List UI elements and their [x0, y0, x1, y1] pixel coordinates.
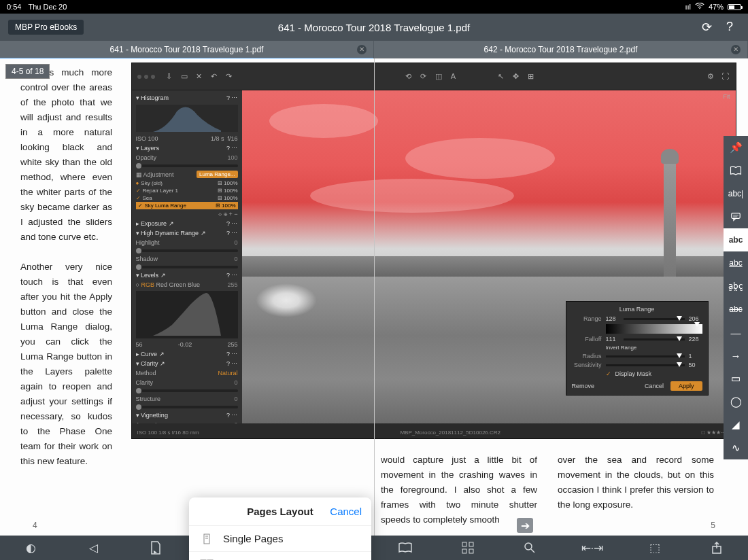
- search-icon[interactable]: [498, 536, 561, 560]
- back-icon[interactable]: ◁: [63, 536, 125, 560]
- page-content: 4-5 of 18 ives us much more control over…: [0, 58, 748, 536]
- strikeout-icon[interactable]: abc: [724, 298, 748, 321]
- bottom-toolbar: ◐ ◁ ⊡ ⇤·⇥ ⬚: [0, 536, 748, 560]
- grid-icon: ⊞: [526, 72, 536, 82]
- page-num-left: 4: [33, 521, 37, 530]
- book-icon[interactable]: [724, 159, 748, 182]
- pin-icon[interactable]: 📌: [724, 136, 748, 159]
- close-icon[interactable]: ✕: [731, 45, 741, 54]
- popup-item-label: Single Pages: [223, 533, 283, 544]
- luma-range-dialog: Luma Range Range128206 Falloff111228 Inv…: [566, 301, 709, 396]
- svg-point-0: [699, 8, 700, 9]
- reader-icon[interactable]: [374, 536, 437, 560]
- layout-single-pages[interactable]: Single Pages: [189, 526, 371, 552]
- sync-icon[interactable]: ⟳: [698, 20, 715, 35]
- ss-left-panels: ▾ Histogram? ⋯ ISO 1001/8 s f/16 ▾ Layer…: [132, 90, 242, 423]
- tab-doc-1[interactable]: 641 - Morocco Tour 2018 Travelogue 1.pdf…: [0, 41, 374, 58]
- folder-icon: ▭: [180, 72, 189, 82]
- single-page-icon: [200, 533, 214, 544]
- embedded-screenshot: ⇩ ▭ ✕ ↶ ↷ ⟲ ⟳ ◫ A ↖ ✥ ⊞ ⚙ ⛶: [131, 63, 736, 439]
- document-title: 641 - Morocco Tour 2018 Travelogue 1.pdf: [278, 22, 470, 33]
- ss-toolbar: ⇩ ▭ ✕ ↶ ↷ ⟲ ⟳ ◫ A ↖ ✥ ⊞ ⚙ ⛶: [132, 63, 736, 90]
- text-cursor-icon[interactable]: abc|: [724, 182, 748, 205]
- line-icon[interactable]: —: [724, 321, 748, 344]
- ios-statusbar: 0:54 Thu Dec 20 ııl 47%: [0, 0, 748, 14]
- battery-pct: 47%: [709, 3, 724, 11]
- tab-label: 641 - Morocco Tour 2018 Travelogue 1.pdf: [110, 45, 264, 54]
- page-icon[interactable]: [124, 536, 187, 560]
- redo-icon: ↷: [224, 72, 234, 82]
- fit-width-icon[interactable]: ⇤·⇥: [561, 536, 624, 560]
- rect-icon[interactable]: ▭: [724, 367, 748, 390]
- selection-icon[interactable]: ⬚: [624, 536, 686, 560]
- next-arrow-button[interactable]: ➔: [517, 518, 533, 533]
- page-indicator: 4-5 of 18: [5, 64, 50, 79]
- date: Thu Dec 20: [28, 3, 67, 11]
- wave-icon[interactable]: ∿: [724, 436, 748, 459]
- svg-rect-1: [732, 213, 740, 219]
- move-icon: ✥: [511, 72, 521, 82]
- body-text-below-left: [0, 453, 194, 527]
- rotate-icon: ⟲: [404, 72, 413, 82]
- share-icon[interactable]: [685, 536, 748, 560]
- gear-icon: ⚙: [706, 72, 715, 82]
- import-icon: ⇩: [165, 72, 174, 82]
- crop-icon: ◫: [434, 72, 443, 82]
- svg-rect-15: [462, 542, 466, 546]
- undo-icon: ↶: [209, 72, 219, 82]
- app-topbar: MBP Pro eBooks 641 - Morocco Tour 2018 T…: [0, 14, 748, 41]
- pages-layout-popup: Pages Layout Cancel Single Pages Double …: [189, 497, 371, 560]
- annotation-toolbar: 📌 abc| abc abc a̰b̰c̰ abc — → ▭ ◯ ◢ ∿: [724, 136, 748, 459]
- page-divider: [374, 58, 375, 536]
- eraser-icon[interactable]: ◢: [724, 413, 748, 436]
- svg-point-19: [525, 543, 532, 550]
- grid-icon[interactable]: [437, 536, 499, 560]
- page-num-right: 5: [711, 521, 715, 530]
- svg-rect-16: [469, 542, 473, 546]
- text-icon: A: [449, 72, 458, 82]
- fullscreen-icon: ⛶: [721, 72, 730, 82]
- view-mode-icon[interactable]: ◐: [0, 536, 63, 560]
- tab-doc-2[interactable]: 642 - Morocco Tour 2018 Travelogue 2.pdf…: [374, 41, 748, 58]
- svg-rect-18: [469, 549, 473, 553]
- svg-line-20: [531, 549, 534, 553]
- wifi-icon: [695, 3, 704, 11]
- svg-rect-17: [462, 549, 466, 553]
- help-icon[interactable]: ?: [721, 20, 738, 35]
- highlight-icon[interactable]: abc: [724, 228, 748, 251]
- body-text-mid: would capture just a little bit of movem…: [371, 453, 551, 527]
- ss-image-viewer: Fit Luma Range Range128206 Falloff111228…: [242, 90, 736, 423]
- x-icon: ✕: [194, 72, 204, 82]
- layout-double-pages[interactable]: Double Pages: [189, 552, 371, 560]
- tab-label: 642 - Morocco Tour 2018 Travelogue 2.pdf: [484, 45, 638, 54]
- signal-icon: ııl: [685, 3, 691, 11]
- popup-title: Pages Layout: [247, 506, 313, 517]
- arrow-icon[interactable]: →: [724, 344, 748, 367]
- comment-icon[interactable]: [724, 205, 748, 228]
- close-icon[interactable]: ✕: [357, 45, 367, 54]
- underline-icon[interactable]: abc: [724, 251, 748, 275]
- document-tabs: 641 - Morocco Tour 2018 Travelogue 1.pdf…: [0, 41, 748, 58]
- squiggly-icon[interactable]: a̰b̰c̰: [724, 275, 748, 298]
- battery-icon: [728, 4, 741, 10]
- cursor-icon: ↖: [496, 72, 506, 82]
- rotate2-icon: ⟳: [419, 72, 428, 82]
- library-bookmark[interactable]: MBP Pro eBooks: [8, 20, 84, 35]
- oval-icon[interactable]: ◯: [724, 390, 748, 413]
- svg-rect-4: [204, 534, 209, 544]
- cancel-button[interactable]: Cancel: [330, 506, 362, 517]
- body-text-right: over the sea and record some movement in…: [551, 453, 721, 527]
- clock: 0:54: [7, 3, 21, 11]
